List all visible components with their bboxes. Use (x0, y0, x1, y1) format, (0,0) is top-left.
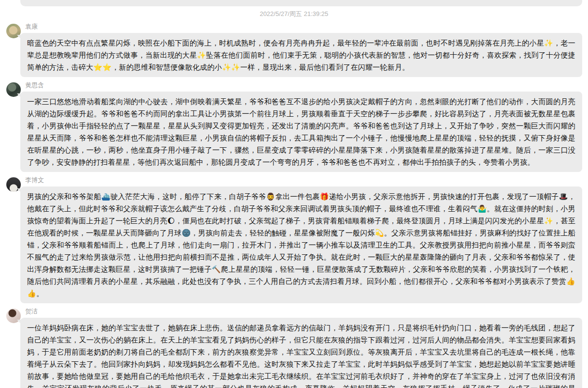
message-bubble[interactable]: 一家三口悠悠地滑动着船桨向湖的中心驶去，湖中倒映着满天繁星，爷爷和爸爸互不退步的… (20, 92, 582, 172)
author-name: 贺洁 (25, 308, 582, 315)
previous-message-bubble-remnant[interactable] (20, 0, 582, 6)
message-group: 袁康 暗蓝色的天空中有点点繁星闪烁，映照在小船下面的海上，时机成熟时，便会有月亮… (6, 23, 582, 77)
bubble-tail-icon (17, 93, 22, 99)
message-timestamp: 2022/5/27/周五 21:39:25 (0, 6, 588, 23)
bubble-tail-icon (17, 35, 22, 40)
message-bubble[interactable]: 男孩的父亲和爷爷架船⛴️驶入茫茫大海，这时，船停了下来，白胡子爷爷🧔‍♂️拿出一… (20, 186, 582, 303)
author-name: 李博文 (25, 176, 582, 184)
message-group: 李博文 男孩的父亲和爷爷架船⛴️驶入茫茫大海，这时，船停了下来，白胡子爷爷🧔‍♂… (6, 176, 582, 303)
message-text: 暗蓝色的天空中有点点繁星闪烁，映照在小船下面的海上，时机成熟时，便会有月亮冉冉升… (27, 39, 575, 71)
chat-window: 2022/5/27/周五 21:39:25 袁康 暗蓝色的天空中有点点繁星闪烁，… (0, 0, 588, 388)
message-bubble[interactable]: 暗蓝色的天空中有点点繁星闪烁，映照在小船下面的海上，时机成熟时，便会有月亮冉冉升… (20, 33, 582, 77)
message-text: 一家三口悠悠地滑动着船桨向湖的中心驶去，湖中倒映着满天繁星，爷爷和爸爸互不退步的… (27, 97, 575, 166)
message-group: 黄思含 一家三口悠悠地滑动着船桨向湖的中心驶去，湖中倒映着满天繁星，爷爷和爸爸互… (6, 81, 582, 172)
message-text: 男孩的父亲和爷爷架船⛴️驶入茫茫大海，这时，船停了下来，白胡子爷爷🧔‍♂️拿出一… (27, 192, 575, 297)
bubble-tail-icon (17, 188, 22, 194)
message-bubble[interactable]: 一位羊妈妈卧病在床，她的羊宝宝去世了，她躺在床上悲伤。送信的邮递员拿着远方的信敲… (20, 318, 582, 388)
author-name: 袁康 (25, 23, 582, 31)
message-text: 一位羊妈妈卧病在床，她的羊宝宝去世了，她躺在床上悲伤。送信的邮递员拿着远方的信敲… (27, 324, 575, 388)
author-name: 黄思含 (25, 81, 582, 89)
message-group: 贺洁 一位羊妈妈卧病在床，她的羊宝宝去世了，她躺在床上悲伤。送信的邮递员拿着远方… (6, 308, 582, 388)
